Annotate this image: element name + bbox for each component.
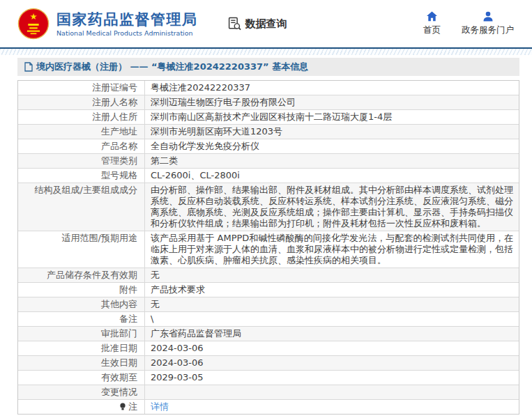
registration-info-table: 注册证编号 粤械注准20242220337 注册人名称 深圳迈瑞生物医疗电子股份…	[17, 80, 519, 415]
table-row: 注册人住所 深圳市南山区高新技术产业园区科技南十二路迈瑞大厦1-4层	[18, 110, 519, 125]
table-row: 注册人名称 深圳迈瑞生物医疗电子股份有限公司	[18, 95, 519, 110]
bulb-icon	[119, 403, 126, 411]
row-label: 注	[18, 400, 145, 414]
logo-area: ★ 国家药品监督管理局 National Medical Products Ad…	[17, 8, 198, 40]
table-row: 有效期至 2029-03-05	[18, 371, 519, 385]
table-row: 注册证编号 粤械注准20242220337	[18, 81, 519, 95]
row-value: 无	[145, 297, 519, 311]
row-label: 变更情况	[18, 385, 145, 399]
row-label: 适用范围/预期用途	[18, 231, 145, 268]
row-label: 型号规格	[18, 169, 145, 183]
breadcrumb: 境内医疗器械（注册） —— “粤械注准20242220337” 基本信息	[17, 58, 519, 76]
row-value: 深圳迈瑞生物医疗电子股份有限公司	[145, 95, 519, 109]
table-row: 生产地址 深圳市光明新区南环大道1203号	[18, 125, 519, 139]
row-label: 生效日期	[18, 356, 145, 370]
decorative-stripe-band	[0, 49, 532, 55]
row-label: 注册人名称	[18, 95, 145, 109]
row-value: 深圳市南山区高新技术产业园区科技南十二路迈瑞大厦1-4层	[145, 110, 519, 124]
table-row: 管理类别 第二类	[18, 154, 519, 169]
row-value: 该产品采用基于 AMPPD和碱性磷酸酶的间接化学发光法，与配套的检测试剂共同使用…	[145, 231, 519, 268]
table-row: 审批部门 广东省药品监督管理局	[18, 327, 519, 341]
row-value: 无	[145, 268, 519, 282]
svg-text:★: ★	[29, 11, 37, 22]
table-row: 变更情况	[18, 385, 519, 400]
site-header: ★ 国家药品监督管理局 National Medical Products Ad…	[0, 0, 532, 49]
org-title-zh: 国家药品监督管理局	[56, 11, 198, 28]
table-row: 附件 产品技术要求	[18, 283, 519, 297]
row-value: 全自动化学发光免疫分析仪	[145, 139, 519, 153]
nav-item-portal[interactable]: 政务服务门户	[462, 11, 514, 36]
person-icon	[482, 11, 494, 22]
table-row: 其他内容 无	[18, 297, 519, 312]
data-query-icon	[227, 17, 242, 31]
row-label: 其他内容	[18, 297, 145, 311]
table-row: 生效日期 2024-03-06	[18, 356, 519, 371]
table-row: 备注 \	[18, 312, 519, 327]
table-row: 适用范围/预期用途 该产品采用基于 AMPPD和碱性磷酸酶的间接化学发光法，与配…	[18, 231, 519, 268]
row-label: 管理类别	[18, 154, 145, 168]
main-content: 境内医疗器械（注册） —— “粤械注准20242220337” 基本信息 注册证…	[17, 58, 519, 415]
nav-portal-label: 政务服务门户	[462, 24, 514, 36]
row-value: 深圳市光明新区南环大道1203号	[145, 125, 519, 139]
nav-item-home[interactable]: 首页	[423, 11, 441, 36]
document-icon	[24, 62, 33, 72]
details-link[interactable]: 详情	[151, 401, 169, 412]
row-label: 备注	[18, 312, 145, 326]
row-label: 附件	[18, 283, 145, 297]
table-row: 结构及组成/主要组成成分 由分析部、操作部、结果输出部、附件及耗材组成。其中分析…	[18, 183, 519, 231]
row-label: 批准日期	[18, 341, 145, 355]
org-title-en: National Medical Products Administration	[56, 29, 198, 37]
table-row: 产品名称 全自动化学发光免疫分析仪	[18, 139, 519, 154]
org-names: 国家药品监督管理局 National Medical Products Admi…	[56, 11, 198, 37]
row-value: 2024-03-06	[145, 356, 519, 370]
row-label: 审批部门	[18, 327, 145, 341]
data-query-link[interactable]: 数据查询	[227, 17, 287, 31]
row-value: 粤械注准20242220337	[145, 81, 519, 95]
row-value: 详情	[145, 400, 519, 414]
row-value: 由分析部、操作部、结果输出部、附件及耗材组成。其中分析部由样本调度系统、试剂处理…	[145, 183, 519, 231]
row-value	[145, 385, 519, 399]
row-label: 注册人住所	[18, 110, 145, 124]
data-query-label: 数据查询	[245, 17, 287, 31]
breadcrumb-text: 境内医疗器械（注册） —— “粤械注准20242220337” 基本信息	[36, 61, 308, 73]
row-value: \	[145, 312, 519, 326]
row-label: 产品储存条件及有效期	[18, 268, 145, 282]
row-value: 产品技术要求	[145, 283, 519, 297]
row-value: 广东省药品监督管理局	[145, 327, 519, 341]
row-value: CL-2600i、CL-2800i	[145, 169, 519, 183]
home-icon	[426, 11, 438, 22]
row-label: 生产地址	[18, 125, 145, 139]
row-label: 结构及组成/主要组成成分	[18, 183, 145, 231]
row-label: 注册证编号	[18, 81, 145, 95]
nav-home-label: 首页	[423, 24, 441, 36]
row-value: 2029-03-05	[145, 371, 519, 385]
row-label: 产品名称	[18, 139, 145, 153]
table-row-note: 注 详情	[18, 400, 519, 414]
table-row: 型号规格 CL-2600i、CL-2800i	[18, 169, 519, 183]
top-nav: 首页 政务服务门户	[423, 11, 514, 36]
row-value: 第二类	[145, 154, 519, 168]
national-emblem-icon: ★	[17, 8, 50, 40]
row-value: 2024-03-06	[145, 341, 519, 355]
table-row: 产品储存条件及有效期 无	[18, 268, 519, 283]
row-label: 有效期至	[18, 371, 145, 385]
table-row: 批准日期 2024-03-06	[18, 341, 519, 356]
